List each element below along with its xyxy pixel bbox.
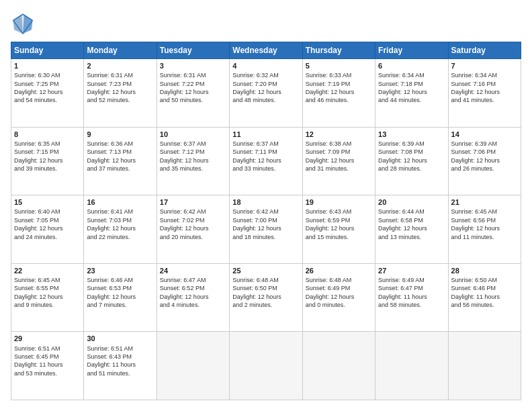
day-number: 22 [14,266,81,275]
day-number: 3 [160,61,226,71]
day-cell: 28Sunrise: 6:50 AM Sunset: 6:46 PM Dayli… [448,263,521,332]
page: SundayMondayTuesdayWednesdayThursdayFrid… [0,0,532,411]
day-number: 8 [14,130,81,139]
day-number: 20 [378,197,445,207]
weekday-header-friday: Friday [375,42,448,59]
calendar-table: SundayMondayTuesdayWednesdayThursdayFrid… [11,42,521,400]
week-row-2: 8Sunrise: 6:35 AM Sunset: 7:15 PM Daylig… [11,127,521,195]
day-info: Sunrise: 6:35 AM Sunset: 7:15 PM Dayligh… [14,140,63,172]
day-number: 27 [378,266,445,275]
week-row-3: 15Sunrise: 6:40 AM Sunset: 7:05 PM Dayli… [11,195,521,264]
day-cell: 8Sunrise: 6:35 AM Sunset: 7:15 PM Daylig… [11,127,84,195]
day-cell: 2Sunrise: 6:31 AM Sunset: 7:23 PM Daylig… [84,59,157,128]
day-cell: 17Sunrise: 6:42 AM Sunset: 7:02 PM Dayli… [157,195,229,264]
day-number: 17 [160,197,226,207]
day-cell: 23Sunrise: 6:46 AM Sunset: 6:53 PM Dayli… [84,263,157,332]
day-cell: 29Sunrise: 6:51 AM Sunset: 6:45 PM Dayli… [11,332,84,400]
day-info: Sunrise: 6:42 AM Sunset: 7:02 PM Dayligh… [160,208,209,240]
day-cell: 18Sunrise: 6:42 AM Sunset: 7:00 PM Dayli… [230,195,302,264]
weekday-header-tuesday: Tuesday [157,42,229,59]
day-cell: 24Sunrise: 6:47 AM Sunset: 6:52 PM Dayli… [157,263,229,332]
week-row-5: 29Sunrise: 6:51 AM Sunset: 6:45 PM Dayli… [11,332,521,400]
day-number: 2 [87,61,153,71]
day-cell: 10Sunrise: 6:37 AM Sunset: 7:12 PM Dayli… [157,127,229,195]
day-info: Sunrise: 6:51 AM Sunset: 6:43 PM Dayligh… [87,345,136,377]
day-number: 13 [378,130,445,139]
day-info: Sunrise: 6:42 AM Sunset: 7:00 PM Dayligh… [232,208,281,240]
day-cell [157,332,229,400]
day-number: 19 [306,197,372,207]
day-info: Sunrise: 6:34 AM Sunset: 7:16 PM Dayligh… [451,72,500,103]
day-number: 16 [87,197,153,207]
day-cell: 9Sunrise: 6:36 AM Sunset: 7:13 PM Daylig… [84,127,157,195]
day-cell [375,332,448,400]
day-info: Sunrise: 6:30 AM Sunset: 7:25 PM Dayligh… [14,72,63,103]
day-number: 9 [87,130,153,139]
week-row-1: 1Sunrise: 6:30 AM Sunset: 7:25 PM Daylig… [11,59,521,128]
day-cell: 25Sunrise: 6:48 AM Sunset: 6:50 PM Dayli… [230,263,302,332]
day-number: 11 [232,130,299,139]
logo [11,11,39,35]
day-info: Sunrise: 6:45 AM Sunset: 6:56 PM Dayligh… [451,208,500,240]
day-cell: 6Sunrise: 6:34 AM Sunset: 7:18 PM Daylig… [375,59,448,128]
weekday-header-saturday: Saturday [448,42,521,59]
day-number: 4 [232,61,299,71]
day-info: Sunrise: 6:38 AM Sunset: 7:09 PM Dayligh… [306,140,355,172]
day-cell: 19Sunrise: 6:43 AM Sunset: 6:59 PM Dayli… [302,195,375,264]
day-info: Sunrise: 6:41 AM Sunset: 7:03 PM Dayligh… [87,208,136,240]
day-info: Sunrise: 6:46 AM Sunset: 6:53 PM Dayligh… [87,277,136,308]
day-info: Sunrise: 6:37 AM Sunset: 7:11 PM Dayligh… [232,140,281,172]
day-cell: 15Sunrise: 6:40 AM Sunset: 7:05 PM Dayli… [11,195,84,264]
day-info: Sunrise: 6:39 AM Sunset: 7:08 PM Dayligh… [378,140,427,172]
day-info: Sunrise: 6:31 AM Sunset: 7:22 PM Dayligh… [160,72,209,103]
day-number: 30 [87,334,153,343]
day-number: 23 [87,266,153,275]
day-number: 28 [451,266,518,275]
day-info: Sunrise: 6:39 AM Sunset: 7:06 PM Dayligh… [451,140,500,172]
day-number: 18 [232,197,299,207]
day-number: 6 [378,61,445,71]
day-info: Sunrise: 6:47 AM Sunset: 6:52 PM Dayligh… [160,277,209,308]
day-number: 1 [14,61,81,71]
day-number: 12 [306,130,372,139]
day-number: 24 [160,266,226,275]
weekday-header-sunday: Sunday [11,42,84,59]
day-cell: 11Sunrise: 6:37 AM Sunset: 7:11 PM Dayli… [230,127,302,195]
logo-icon [11,11,35,35]
day-number: 5 [306,61,372,71]
day-number: 7 [451,61,518,71]
day-info: Sunrise: 6:33 AM Sunset: 7:19 PM Dayligh… [306,72,355,103]
day-info: Sunrise: 6:32 AM Sunset: 7:20 PM Dayligh… [232,72,281,103]
day-cell: 16Sunrise: 6:41 AM Sunset: 7:03 PM Dayli… [84,195,157,264]
day-cell: 12Sunrise: 6:38 AM Sunset: 7:09 PM Dayli… [302,127,375,195]
day-cell: 7Sunrise: 6:34 AM Sunset: 7:16 PM Daylig… [448,59,521,128]
day-number: 14 [451,130,518,139]
week-row-4: 22Sunrise: 6:45 AM Sunset: 6:55 PM Dayli… [11,263,521,332]
day-cell: 1Sunrise: 6:30 AM Sunset: 7:25 PM Daylig… [11,59,84,128]
day-cell: 30Sunrise: 6:51 AM Sunset: 6:43 PM Dayli… [84,332,157,400]
day-info: Sunrise: 6:34 AM Sunset: 7:18 PM Dayligh… [378,72,427,103]
weekday-header-wednesday: Wednesday [230,42,302,59]
day-cell: 4Sunrise: 6:32 AM Sunset: 7:20 PM Daylig… [230,59,302,128]
weekday-header-thursday: Thursday [302,42,375,59]
day-cell [230,332,302,400]
header [11,11,521,35]
day-info: Sunrise: 6:48 AM Sunset: 6:50 PM Dayligh… [232,277,281,308]
day-cell: 20Sunrise: 6:44 AM Sunset: 6:58 PM Dayli… [375,195,448,264]
day-cell: 14Sunrise: 6:39 AM Sunset: 7:06 PM Dayli… [448,127,521,195]
day-info: Sunrise: 6:44 AM Sunset: 6:58 PM Dayligh… [378,208,427,240]
day-cell: 21Sunrise: 6:45 AM Sunset: 6:56 PM Dayli… [448,195,521,264]
day-cell: 27Sunrise: 6:49 AM Sunset: 6:47 PM Dayli… [375,263,448,332]
day-info: Sunrise: 6:48 AM Sunset: 6:49 PM Dayligh… [306,277,355,308]
day-info: Sunrise: 6:31 AM Sunset: 7:23 PM Dayligh… [87,72,136,103]
day-info: Sunrise: 6:40 AM Sunset: 7:05 PM Dayligh… [14,208,63,240]
day-info: Sunrise: 6:49 AM Sunset: 6:47 PM Dayligh… [378,277,427,308]
day-cell: 26Sunrise: 6:48 AM Sunset: 6:49 PM Dayli… [302,263,375,332]
day-info: Sunrise: 6:37 AM Sunset: 7:12 PM Dayligh… [160,140,209,172]
day-cell: 13Sunrise: 6:39 AM Sunset: 7:08 PM Dayli… [375,127,448,195]
day-cell [448,332,521,400]
day-info: Sunrise: 6:51 AM Sunset: 6:45 PM Dayligh… [14,345,63,377]
day-cell: 5Sunrise: 6:33 AM Sunset: 7:19 PM Daylig… [302,59,375,128]
day-number: 21 [451,197,518,207]
weekday-header-monday: Monday [84,42,157,59]
